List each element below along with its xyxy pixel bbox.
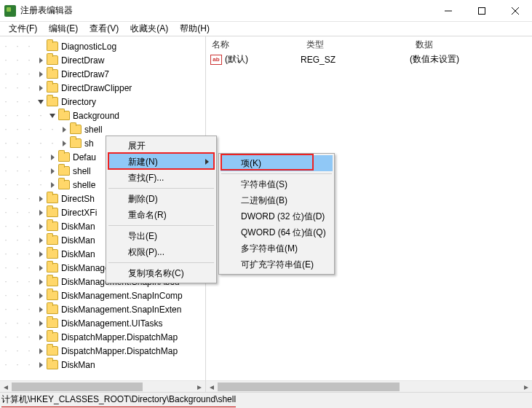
menu-item[interactable]: 字符串值(S) <box>221 176 333 192</box>
chevron-right-icon[interactable] <box>35 221 47 232</box>
value-data: (数值未设置) <box>410 53 459 66</box>
menu-item[interactable]: 新建(N) <box>108 154 215 170</box>
tree-label: shelle <box>73 180 98 190</box>
chevron-right-icon[interactable] <box>35 262 47 274</box>
folder-icon <box>47 346 58 356</box>
tree-node[interactable]: ···DirectDraw <box>0 53 205 67</box>
chevron-right-icon[interactable] <box>35 235 47 246</box>
col-name[interactable]: 名称 <box>206 39 301 51</box>
tree-label: DirectSh <box>61 194 98 204</box>
menu-item[interactable]: 复制项名称(C) <box>108 265 215 281</box>
tree-horizontal-scrollbar[interactable]: ◂ ▸ <box>0 380 205 392</box>
tree-node[interactable]: ···DiskManagement.UITasks <box>0 316 205 330</box>
chevron-right-icon[interactable] <box>35 193 47 205</box>
tree-node[interactable]: ···DirectDrawClipper <box>0 81 205 95</box>
close-button[interactable] <box>499 0 532 22</box>
folder-icon <box>47 332 58 342</box>
status-bar: 计算机\HKEY_CLASSES_ROOT\Directory\Backgrou… <box>0 392 532 408</box>
tree-node[interactable]: ····Background <box>0 109 205 122</box>
tree-node[interactable]: ·····shell <box>0 122 205 136</box>
chevron-right-icon[interactable] <box>35 207 47 219</box>
menu-view[interactable]: 查看(V) <box>85 23 123 35</box>
menu-item[interactable]: 项(K) <box>221 155 333 171</box>
chevron-right-icon[interactable] <box>35 318 47 329</box>
chevron-right-icon[interactable] <box>35 332 47 343</box>
menu-item[interactable]: 二进制值(B) <box>221 192 333 208</box>
chevron-right-icon[interactable] <box>35 82 47 94</box>
chevron-right-icon[interactable] <box>58 124 70 136</box>
tree-label: Directory <box>61 97 99 107</box>
list-row[interactable]: ab (默认) REG_SZ (数值未设置) <box>206 52 532 66</box>
svg-rect-1 <box>479 7 485 14</box>
chevron-right-icon[interactable] <box>47 152 58 163</box>
folder-icon <box>47 360 58 369</box>
menu-item[interactable]: 重命名(R) <box>108 207 215 223</box>
menu-item[interactable]: 权限(P)... <box>108 244 215 260</box>
tree-node[interactable]: ···DiskManagement.SnapInExten <box>0 302 205 316</box>
folder-icon <box>47 42 58 51</box>
tree-node[interactable]: ···Directory <box>0 95 205 109</box>
tree-label: DiskManagement.UITasks <box>61 318 165 329</box>
chevron-right-icon[interactable] <box>35 359 47 371</box>
chevron-down-icon[interactable] <box>47 110 58 122</box>
scroll-left-arrow[interactable]: ◂ <box>0 381 12 393</box>
tree-node[interactable]: ···DiskMan <box>0 358 205 372</box>
menu-item[interactable]: 展开 <box>108 138 215 154</box>
tree-label: DiskManagement.SnapInExten <box>61 305 184 315</box>
chevron-right-icon[interactable] <box>35 345 47 357</box>
folder-icon <box>58 166 70 176</box>
scroll-right-arrow[interactable]: ▸ <box>520 381 532 393</box>
window-title: 注册表编辑器 <box>20 4 73 17</box>
menu-file[interactable]: 文件(F) <box>4 23 41 35</box>
tree-label: DirectDraw <box>61 55 107 66</box>
menu-help[interactable]: 帮助(H) <box>175 23 214 35</box>
chevron-right-icon[interactable] <box>47 179 58 191</box>
chevron-right-icon[interactable] <box>35 304 47 315</box>
submenu-arrow-icon <box>205 159 209 165</box>
tree-node[interactable]: ···DirectDraw7 <box>0 67 205 81</box>
tree-node[interactable]: ···DispatchMapper.DispatchMap <box>0 344 205 358</box>
folder-icon <box>47 249 58 259</box>
menu-separator <box>108 225 214 226</box>
menu-item[interactable]: DWORD (32 位)值(D) <box>221 208 333 224</box>
maximize-button[interactable] <box>465 0 499 22</box>
menu-item[interactable]: 多字符串值(M) <box>221 240 333 256</box>
menu-edit[interactable]: 编辑(E) <box>44 23 82 35</box>
chevron-right-icon[interactable] <box>58 138 70 149</box>
scroll-left-arrow[interactable]: ◂ <box>206 381 218 393</box>
menu-item[interactable]: QWORD (64 位)值(Q) <box>221 224 333 240</box>
col-type[interactable]: 类型 <box>301 39 410 51</box>
scroll-thumb[interactable] <box>218 382 400 391</box>
chevron-right-icon[interactable] <box>35 68 47 80</box>
tree-label: DispatchMapper.DispatchMap <box>61 346 180 356</box>
chevron-right-icon[interactable] <box>35 290 47 302</box>
menu-separator <box>108 188 214 189</box>
menu-item[interactable]: 导出(E) <box>108 228 215 244</box>
chevron-right-icon[interactable] <box>35 248 47 260</box>
context-submenu-new[interactable]: 项(K)字符串值(S)二进制值(B)DWORD (32 位)值(D)QWORD … <box>218 153 335 275</box>
tree-label: DiskMan <box>61 235 98 246</box>
folder-icon <box>70 138 82 148</box>
menu-fav[interactable]: 收藏夹(A) <box>126 23 172 35</box>
chevron-right-icon[interactable] <box>47 165 58 177</box>
tree-label: sh <box>84 138 97 149</box>
tree-node[interactable]: ···DiagnosticLog <box>0 39 205 53</box>
app-icon <box>4 5 16 17</box>
menu-item[interactable]: 可扩充字符串值(E) <box>221 256 333 272</box>
col-data[interactable]: 数据 <box>410 39 532 51</box>
tree-node[interactable]: ···DispatchMapper.DispatchMap <box>0 330 205 344</box>
tree-label: DiskMan <box>61 249 98 259</box>
menu-separator <box>108 262 214 263</box>
chevron-right-icon[interactable] <box>35 276 47 288</box>
menu-item[interactable]: 删除(D) <box>108 191 215 207</box>
tree-node[interactable]: ···DiskManagement.SnapInComp <box>0 289 205 302</box>
minimize-button[interactable] <box>432 0 465 22</box>
context-menu[interactable]: 展开新建(N)查找(F)...删除(D)重命名(R)导出(E)权限(P)...复… <box>106 136 217 283</box>
menu-item[interactable]: 查找(F)... <box>108 170 215 186</box>
values-horizontal-scrollbar[interactable]: ◂ ▸ <box>206 380 532 392</box>
scroll-thumb[interactable] <box>12 382 143 391</box>
scroll-right-arrow[interactable]: ▸ <box>194 381 205 393</box>
tree-label: DispatchMapper.DispatchMap <box>61 332 180 342</box>
chevron-down-icon[interactable] <box>35 96 47 108</box>
chevron-right-icon[interactable] <box>35 55 47 66</box>
